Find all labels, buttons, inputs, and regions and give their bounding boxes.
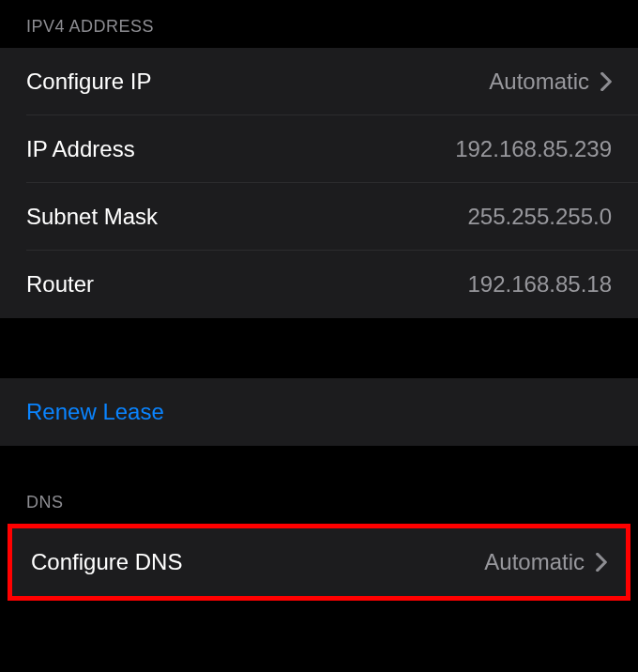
router-value: 192.168.85.18 [468, 271, 612, 298]
configure-dns-value: Automatic [484, 549, 585, 575]
configure-ip-value-wrap: Automatic [489, 69, 612, 95]
configure-ip-label: Configure IP [26, 69, 151, 95]
subnet-mask-row: Subnet Mask 255.255.255.0 [0, 183, 638, 251]
subnet-mask-label: Subnet Mask [26, 204, 158, 230]
dns-section-header: DNS [0, 446, 638, 524]
ip-address-row: IP Address 192.168.85.239 [0, 115, 638, 183]
configure-dns-row[interactable]: Configure DNS Automatic [12, 528, 626, 596]
router-row: Router 192.168.85.18 [0, 251, 638, 318]
ip-address-value: 192.168.85.239 [455, 136, 612, 162]
ipv4-section-group: Configure IP Automatic IP Address 192.16… [0, 48, 638, 318]
chevron-right-icon [596, 553, 607, 572]
ipv4-section-header: IPV4 ADDRESS [0, 0, 638, 48]
configure-ip-row[interactable]: Configure IP Automatic [0, 48, 638, 115]
router-label: Router [26, 271, 94, 298]
renew-lease-row[interactable]: Renew Lease [0, 378, 638, 446]
highlight-annotation: Configure DNS Automatic [8, 524, 630, 601]
chevron-right-icon [600, 72, 612, 91]
subnet-mask-value: 255.255.255.0 [468, 204, 612, 230]
configure-dns-label: Configure DNS [31, 549, 182, 575]
ip-address-label: IP Address [26, 136, 135, 162]
configure-ip-value: Automatic [489, 69, 589, 95]
configure-dns-value-wrap: Automatic [484, 549, 607, 575]
section-spacer [0, 318, 638, 378]
renew-lease-label: Renew Lease [26, 399, 164, 424]
